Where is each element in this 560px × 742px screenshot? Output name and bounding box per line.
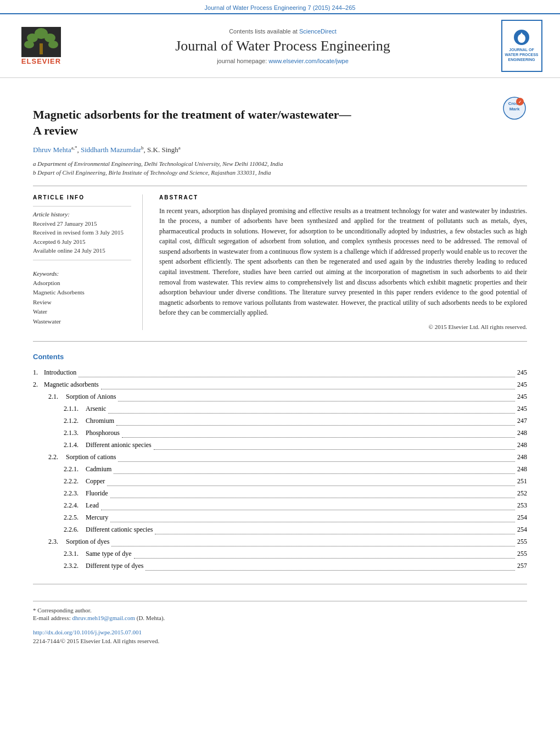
authors: Dhruv Mehtaa,*, Siddharth Mazumdarb, S.K…: [33, 145, 527, 154]
svg-rect-6: [40, 43, 43, 54]
toc-page: 248: [517, 429, 527, 437]
toc-page: 255: [517, 550, 527, 558]
doi-link[interactable]: http://dx.doi.org/10.1016/j.jwpe.2015.07…: [33, 629, 142, 635]
crossmark-badge: Cross Mark ✓: [502, 96, 527, 123]
toc-page: 251: [517, 477, 527, 486]
toc-number: 2.3.: [48, 538, 64, 546]
toc-row: 2.2.Sorption of cations 248: [33, 452, 527, 464]
affiliations: a Department of Environmental Engineerin…: [33, 159, 527, 177]
toc-page: 253: [517, 501, 527, 510]
journal-homepage: journal homepage: www.elsevier.com/locat…: [77, 58, 489, 64]
toc-number: 2.: [33, 381, 42, 389]
toc-page: 245: [517, 369, 527, 377]
toc-page: 257: [517, 562, 527, 570]
keywords-label: Keywords:: [33, 270, 131, 277]
rights-text: 2214-7144/© 2015 Elsevier Ltd. All right…: [33, 638, 527, 644]
toc-label: Same type of dye: [86, 550, 132, 558]
keywords-section: Keywords: Adsorption Magnetic Adsorbents…: [33, 260, 131, 327]
toc-row: 2.1.4.Different anionic species 248: [33, 440, 527, 452]
toc-number: 2.2.6.: [64, 526, 83, 534]
toc-number: 2.2.: [48, 453, 64, 461]
toc-number: 2.2.2.: [64, 477, 83, 486]
journal-url[interactable]: www.elsevier.com/locate/jwpe: [268, 58, 349, 64]
footer-section: * Corresponding author. E-mail address: …: [33, 601, 527, 644]
toc-number: 2.1.: [48, 393, 64, 401]
journal-logo: JOURNAL OF WATER PROCESS ENGINEERING: [500, 20, 544, 72]
toc-number: 2.1.4.: [64, 441, 83, 449]
revised-date: Received in revised form 3 July 2015: [33, 228, 131, 237]
toc-number: 2.2.4.: [64, 501, 83, 510]
toc-page: 245: [517, 405, 527, 413]
toc-row: 2.2.1.Cadmium 248: [33, 464, 527, 476]
affiliation-b: b Depart of Civil Engineering, Birla Ins…: [33, 168, 527, 177]
toc-label: Cadmium: [86, 465, 111, 473]
toc-label: Magnetic adsorbents: [44, 381, 99, 389]
toc-row: 2.1.1.Arsenic 245: [33, 404, 527, 416]
toc-label: Introduction: [44, 369, 76, 377]
article-history: Article history: Received 27 January 201…: [33, 206, 131, 255]
email-footnote: E-mail address: dhruv.meh19@gmail.com (D…: [33, 613, 527, 623]
toc-row: 2.2.4.Lead 253: [33, 500, 527, 512]
toc-row: 2.Magnetic adsorbents 245: [33, 380, 527, 392]
toc-row: 2.1.3.Phosphorous 248: [33, 428, 527, 440]
copyright-text: © 2015 Elsevier Ltd. All rights reserved…: [159, 323, 527, 330]
crossmark-icon: Cross Mark ✓: [502, 96, 527, 121]
section-divider: [33, 341, 527, 342]
toc-number: 2.3.1.: [64, 550, 83, 558]
author-siddharth[interactable]: Siddharth Mazumdar: [81, 146, 141, 154]
toc-row: 2.3.2.Different type of dyes 257: [33, 561, 527, 573]
email-label: E-mail address:: [33, 615, 71, 621]
journal-ref-text: Journal of Water Process Engineering 7 (…: [205, 4, 356, 11]
corresponding-author-marker: * Corresponding author.: [33, 607, 527, 613]
toc-row: 2.3.1.Same type of dye 255: [33, 549, 527, 561]
article-title-row: Magnetic adsorbents for the treatment of…: [33, 99, 527, 145]
toc-row: 2.2.5.Mercury 254: [33, 512, 527, 525]
toc-number: 2.1.2.: [64, 417, 83, 425]
article-info-title: ARTICLE INFO: [33, 194, 131, 200]
toc-table: 1.Introduction 2452.Magnetic adsorbents …: [33, 367, 527, 573]
corresponding-label: * Corresponding author.: [33, 607, 92, 613]
available-date: Available online 24 July 2015: [33, 246, 131, 255]
toc-page: 245: [517, 393, 527, 401]
toc-page: 252: [517, 489, 527, 498]
journal-title: Journal of Water Process Engineering: [77, 38, 489, 54]
author-dhruv[interactable]: Dhruv Mehta: [33, 146, 71, 154]
keyword-water: Water: [33, 307, 131, 317]
contents-available-text: Contents lists available at ScienceDirec…: [77, 28, 489, 35]
elsevier-tree-icon: [21, 27, 61, 57]
journal-header: ELSEVIER Contents lists available at Sci…: [0, 13, 560, 78]
toc-number: 2.3.2.: [64, 562, 83, 570]
keyword-review: Review: [33, 298, 131, 308]
toc-number: 2.1.3.: [64, 429, 83, 437]
abstract-panel: ABSTRACT In recent years, adsorption has…: [159, 194, 527, 331]
toc-row: 1.Introduction 245: [33, 367, 527, 380]
toc-label: Sorption of dyes: [66, 538, 109, 546]
author-email[interactable]: dhruv.meh19@gmail.com: [72, 615, 135, 621]
toc-page: 247: [517, 417, 527, 425]
toc-number: 1.: [33, 369, 42, 377]
toc-number: 2.1.1.: [64, 405, 83, 413]
toc-row: 2.1.Sorption of Anions 245: [33, 392, 527, 404]
toc-label: Phosphorous: [86, 429, 120, 437]
toc-label: Fluoride: [86, 489, 108, 498]
science-direct-link[interactable]: ScienceDirect: [299, 28, 337, 35]
svg-point-4: [24, 41, 34, 48]
journal-logo-inner: JOURNAL OF WATER PROCESS ENGINEERING: [501, 20, 542, 72]
toc-page: 245: [517, 381, 527, 389]
water-drop-icon: [516, 31, 528, 43]
journal-logo-text: JOURNAL OF WATER PROCESS ENGINEERING: [505, 47, 539, 62]
toc-label: Mercury: [86, 514, 108, 522]
table-of-contents: Contents 1.Introduction 2452.Magnetic ad…: [33, 353, 527, 573]
keyword-adsorption: Adsorption: [33, 278, 131, 288]
abstract-text: In recent years, adsorption has displaye…: [159, 206, 527, 319]
info-abstract-section: ARTICLE INFO Article history: Received 2…: [33, 186, 527, 331]
toc-row: 2.2.2.Copper 251: [33, 476, 527, 488]
accepted-date: Accepted 6 July 2015: [33, 237, 131, 247]
page: Journal of Water Process Engineering 7 (…: [0, 0, 560, 742]
toc-number: 2.2.3.: [64, 489, 83, 498]
elsevier-label: ELSEVIER: [21, 57, 61, 65]
abstract-title: ABSTRACT: [159, 194, 527, 200]
toc-row: 2.3.Sorption of dyes 255: [33, 537, 527, 549]
toc-number: 2.2.1.: [64, 465, 83, 473]
toc-label: Different type of dyes: [86, 562, 143, 570]
